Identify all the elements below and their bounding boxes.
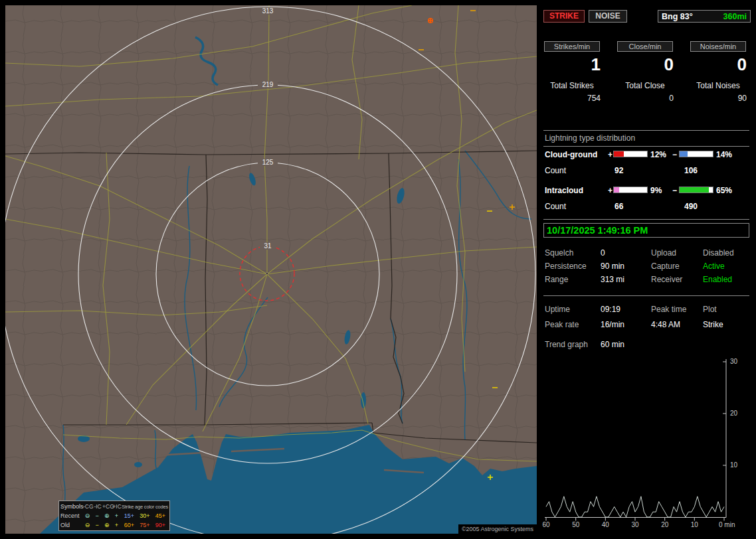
age-90: 90+ — [153, 522, 168, 528]
strikes-stat-column: Strikes/min 1 Total Strikes 754 — [543, 41, 607, 103]
capture-status: Active — [703, 262, 725, 271]
intracloud-label: Intracloud — [545, 186, 583, 195]
noises-stat-column: Noises/min 0 Total Noises 90 — [690, 41, 753, 103]
total-strikes-label: Total Strikes — [543, 81, 601, 90]
uptime-row: Uptime 09:19 Peak time Plot — [543, 305, 751, 315]
map-legend: Symbols -CG -IC +CG +IC Strike age color… — [58, 501, 170, 531]
intracloud-row: Intracloud + 9% − 65% — [543, 186, 751, 195]
legend-recent-row: Recent ⊖ − ⊕ + 15+ 30+ 45+ — [60, 511, 168, 520]
legend-col-pos-ic: +IC — [112, 503, 122, 510]
ring-label-text: 219 — [262, 81, 274, 88]
ic-negative-percent: 65% — [716, 186, 732, 195]
squelch-label: Squelch — [545, 248, 573, 258]
legend-age-title: Strike age color codes — [122, 504, 168, 510]
divider — [543, 146, 749, 147]
intracloud-count-row: Count 66 490 — [543, 202, 751, 211]
cg-positive-count: 92 — [614, 166, 623, 175]
total-close-label: Total Close — [616, 81, 674, 90]
legend-symbols-title: Symbols — [60, 503, 83, 510]
squelch-value: 0 — [601, 248, 605, 258]
ring-label-313: 313 — [258, 7, 278, 15]
strike-symbol-circle-plus — [428, 18, 433, 23]
pos-cg-icon: ⊕ — [102, 512, 112, 519]
legend-col-neg-cg: -CG — [83, 503, 93, 510]
ring-label-219: 219 — [258, 81, 278, 88]
cloud-ground-count-row: Count 92 106 — [543, 166, 751, 175]
age-15: 15+ — [122, 512, 137, 519]
plot-label: Plot — [703, 305, 717, 314]
cg-negative-bar — [679, 151, 713, 157]
status-panel: STRIKE NOISE Bng 83° 360mi Strikes/min 1… — [542, 0, 756, 539]
cg-negative-count: 106 — [684, 166, 698, 175]
cloud-ground-row: Cloud-ground + 12% − 14% — [543, 150, 751, 159]
ic-negative-count: 490 — [684, 202, 698, 211]
total-strikes-value: 754 — [543, 94, 603, 103]
x-tick-label: 20 — [661, 521, 669, 528]
legend-col-neg-ic: -IC — [93, 503, 102, 510]
range-value: 360mi — [723, 12, 747, 21]
cloud-ground-label: Cloud-ground — [545, 150, 597, 159]
strike-trend-chart: 30 20 10 60 50 40 30 20 10 0 min — [542, 355, 756, 534]
cg-positive-bar — [613, 151, 648, 157]
squelch-row: Squelch 0 Upload Disabled — [543, 248, 751, 258]
upload-label: Upload — [651, 248, 676, 258]
minus-sign: − — [672, 150, 677, 159]
bearing-value: Bng 83° — [662, 12, 693, 21]
ring-label-text: 31 — [264, 242, 272, 250]
divider — [543, 219, 749, 220]
count-label: Count — [545, 166, 566, 175]
datetime-display: 10/17/2025 1:49:16 PM — [543, 223, 749, 238]
peak-time-label: Peak time — [651, 305, 686, 314]
plus-sign: + — [608, 186, 613, 195]
uptime-label: Uptime — [545, 305, 570, 314]
total-close-value: 0 — [616, 94, 676, 103]
ring-label-125: 125 — [258, 159, 278, 166]
map-area[interactable]: 313 219 125 31 Symbols -CG -IC +CG +I — [5, 5, 537, 534]
x-tick-label: 50 — [572, 521, 580, 528]
noises-per-min-value: 0 — [690, 54, 748, 75]
total-noises-label: Total Noises — [690, 81, 747, 90]
noises-per-min-header: Noises/min — [690, 41, 746, 52]
divider — [543, 130, 749, 131]
cg-positive-percent: 12% — [650, 150, 666, 159]
ring-label-text: 313 — [262, 7, 274, 15]
trend-graph-label: Trend graph — [545, 340, 588, 349]
pos-cg-icon: ⊕ — [102, 522, 112, 528]
x-tick-label: 0 min — [719, 521, 735, 528]
lightning-map[interactable]: 313 219 125 31 — [5, 5, 537, 534]
peak-rate-row: Peak rate 16/min 4:48 AM Strike — [543, 320, 751, 330]
ic-positive-bar-fill — [614, 187, 619, 193]
x-tick-label: 60 — [542, 521, 550, 528]
cg-negative-bar-fill — [680, 151, 688, 157]
plus-sign: + — [608, 150, 613, 159]
legend-old-row: Old ⊖ − ⊕ + 60+ 75+ 90+ — [60, 520, 168, 530]
neg-cg-icon: ⊖ — [82, 512, 92, 519]
minus-sign: − — [672, 186, 677, 195]
strike-button[interactable]: STRIKE — [543, 10, 585, 23]
y-tick-label: 30 — [730, 358, 738, 365]
close-stat-column: Close/min 0 Total Close 0 — [616, 41, 680, 103]
trend-line — [546, 497, 724, 517]
upload-status: Disabled — [703, 248, 734, 258]
neg-ic-icon: − — [92, 512, 102, 519]
peak-rate-label: Peak rate — [545, 320, 579, 329]
divider — [543, 295, 749, 296]
y-tick-label: 20 — [730, 410, 738, 417]
noise-button[interactable]: NOISE — [589, 10, 627, 23]
neg-cg-icon: ⊖ — [82, 522, 92, 528]
age-45: 45+ — [153, 512, 168, 519]
legend-recent-label: Recent — [60, 512, 82, 519]
legend-col-pos-cg: +CG — [102, 503, 112, 510]
trend-window-value: 60 min — [601, 340, 624, 349]
age-30: 30+ — [137, 512, 152, 519]
copyright-notice: ©2005 Astrogenic Systems — [458, 524, 537, 534]
ring-label-31: 31 — [260, 242, 276, 250]
ic-negative-bar — [679, 187, 713, 193]
ring-label-text: 125 — [262, 159, 274, 166]
strikes-per-min-value: 1 — [543, 54, 602, 75]
pos-ic-icon: + — [112, 512, 122, 519]
x-tick-label: 30 — [631, 521, 639, 528]
close-per-min-value: 0 — [616, 54, 675, 75]
lake — [361, 392, 366, 408]
count-label: Count — [545, 202, 566, 211]
